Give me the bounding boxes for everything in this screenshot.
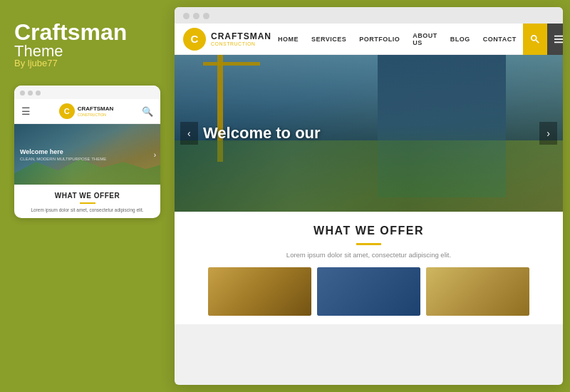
mobile-offer-divider [80,202,95,204]
theme-title: Craftsman [14,20,160,45]
card-3-figures [426,267,529,316]
mobile-logo: C CRAFTSMAN CONSTRUCTION [59,103,114,119]
hero-prev-button[interactable]: ‹ [180,122,198,145]
svg-point-0 [531,35,536,40]
nav-link-services[interactable]: SERVICES [305,31,353,47]
desktop-hero: Welcome to our ‹ › [175,55,563,212]
card-2-figures [317,267,420,316]
svg-rect-2 [554,35,563,36]
nav-link-home[interactable]: HOME [271,31,305,47]
desktop-logo: C CRAFTSMAN CONSTRUCTION [183,28,271,51]
offer-description: Lorem ipsum dolor sit amet, consectetur … [189,251,549,259]
mobile-search-icon[interactable]: 🔍 [142,106,153,117]
browser-chrome [175,7,563,24]
hero-welcome-text: Welcome to our [203,124,321,143]
svg-rect-4 [554,41,563,43]
nav-link-portfolio[interactable]: PORTFOLIO [353,31,406,47]
mobile-dot-3 [36,91,41,96]
mobile-hero-text: Welcome here CLEAN, MODERN MULTIPURPOSE … [20,148,155,161]
hero-next-button[interactable]: › [539,122,557,145]
nav-link-contact[interactable]: CONTACT [477,31,523,47]
mobile-nav: ☰ C CRAFTSMAN CONSTRUCTION 🔍 [14,99,160,124]
mobile-next-arrow[interactable]: › [154,150,156,158]
offer-card-2 [317,267,420,316]
hamburger-icon: ☰ [21,105,31,117]
nav-link-blog[interactable]: BLOG [444,31,477,47]
offer-card-3 [426,267,529,316]
offer-title: WHAT WE OFFER [189,225,549,237]
theme-title-block: Craftsman Theme By ljube77 [14,20,160,68]
mobile-logo-text-block: CRAFTSMAN CONSTRUCTION [78,105,114,117]
left-panel: Craftsman Theme By ljube77 ☰ C CRAFTSMAN… [0,0,175,392]
offer-section: WHAT WE OFFER Lorem ipsum dolor sit amet… [175,212,563,324]
offer-divider [356,243,381,245]
mobile-offer-section: WHAT WE OFFER Lorem ipsum dolor sit amet… [14,185,160,218]
search-icon [530,34,540,44]
offer-cards [189,267,549,316]
offer-card-1 [208,267,311,316]
browser-dot-2 [193,13,200,19]
nav-link-aboutus[interactable]: ABOUT US [406,28,444,51]
mobile-hero: Welcome here CLEAN, MODERN MULTIPURPOSE … [14,124,160,185]
desktop-menu-button[interactable] [547,24,563,55]
desktop-search-button[interactable] [523,24,547,55]
svg-rect-3 [554,38,563,40]
hero-content: Welcome to our [175,55,563,212]
desktop-nav-actions [523,24,563,55]
mobile-logo-circle: C [59,103,75,119]
mobile-dot-2 [28,91,33,96]
desktop-logo-circle: C [183,28,206,51]
card-1-figures [208,267,311,316]
mobile-dot-1 [20,91,25,96]
browser-dot-3 [203,13,209,19]
menu-icon [554,34,563,44]
desktop-logo-text-block: CRAFTSMAN CONSTRUCTION [211,31,271,46]
svg-line-1 [536,40,539,43]
mobile-preview: ☰ C CRAFTSMAN CONSTRUCTION 🔍 Welcome her… [14,86,160,218]
desktop-nav: C CRAFTSMAN CONSTRUCTION HOME SERVICES P… [175,24,563,55]
theme-author: By ljube77 [14,58,160,68]
desktop-nav-links: HOME SERVICES PORTFOLIO ABOUT US BLOG CO… [271,28,523,51]
desktop-preview: C CRAFTSMAN CONSTRUCTION HOME SERVICES P… [175,7,563,385]
browser-dot-1 [183,13,190,19]
mobile-browser-bar [14,86,160,99]
